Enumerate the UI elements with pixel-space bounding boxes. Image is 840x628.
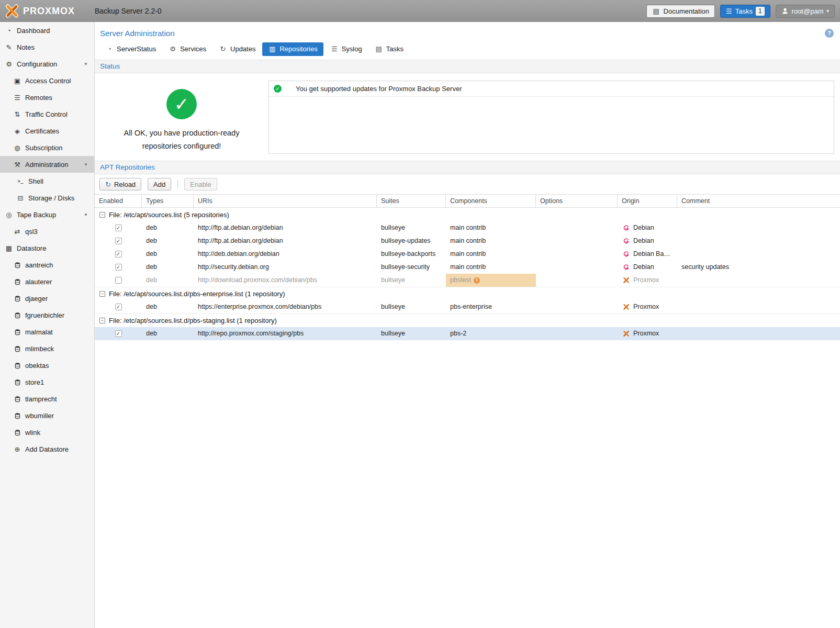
type-cell: deb xyxy=(142,274,194,287)
user-menu-button[interactable]: root@pam ▾ xyxy=(776,5,835,18)
sidebar-item-mlimbeck[interactable]: mlimbeck xyxy=(0,340,94,357)
sidebar-item-subscription[interactable]: ◍Subscription xyxy=(0,139,94,156)
sidebar-item-shell[interactable]: >_Shell xyxy=(0,173,94,189)
tab-label: Tasks xyxy=(386,45,404,53)
caret-down-icon[interactable]: ▼ xyxy=(84,212,88,217)
warning-icon: ! xyxy=(474,277,480,284)
sidebar-item-notes[interactable]: ✎Notes xyxy=(0,39,94,55)
table-row[interactable]: ✓debhttps://enterprise.proxmox.com/debia… xyxy=(95,300,840,313)
origin-cell: Debian xyxy=(618,234,677,248)
repositories-table: EnabledTypesURIsSuitesComponentsOptionsO… xyxy=(95,194,840,340)
sidebar-item-store1[interactable]: store1 xyxy=(0,374,94,390)
row-enabled-checkbox[interactable]: ✓ xyxy=(115,264,122,271)
sidebar-item-label: Tape Backup xyxy=(17,211,56,219)
documentation-button[interactable]: ▤ Documentation xyxy=(646,5,715,18)
sidebar-item-fgruenbichler[interactable]: fgruenbichler xyxy=(0,307,94,323)
sidebar-item-label: fgruenbichler xyxy=(25,311,64,319)
sidebar-item-djaeger[interactable]: djaeger xyxy=(0,290,94,307)
help-icon[interactable]: ? xyxy=(825,29,834,38)
row-enabled-checkbox[interactable] xyxy=(115,277,122,284)
sidebar-item-remotes[interactable]: ☰Remotes xyxy=(0,89,94,106)
column-header-options[interactable]: Options xyxy=(536,195,618,207)
suite-cell: bullseye xyxy=(377,274,446,287)
sidebar-item-datastore[interactable]: ▦Datastore xyxy=(0,240,94,256)
collapse-icon[interactable]: − xyxy=(99,291,105,297)
sidebar-item-storage-disks[interactable]: ⊟Storage / Disks xyxy=(0,189,94,206)
collapse-icon[interactable]: − xyxy=(99,318,105,323)
table-row[interactable]: ✓debhttp://security.debian.orgbullseye-s… xyxy=(95,261,840,274)
origin-cell: Debian xyxy=(618,261,677,274)
origin-cell: Debian xyxy=(618,221,677,234)
tabbar: ◔ServerStatus⚙Services↻Updates▥Repositor… xyxy=(99,42,840,56)
column-header-components[interactable]: Components xyxy=(446,195,536,207)
sidebar-item-wbumiller[interactable]: wbumiller xyxy=(0,407,94,424)
sidebar-item-administration[interactable]: ⚒Administration▼ xyxy=(0,156,94,173)
toolbar-separator xyxy=(177,180,178,189)
exchange-icon: ⇄ xyxy=(13,228,21,235)
group-row[interactable]: −File: /etc/apt/sources.list (5 reposito… xyxy=(95,208,840,221)
sidebar-item-malmalat[interactable]: malmalat xyxy=(0,323,94,340)
table-row[interactable]: ✓debhttp://repo.proxmox.com/staging/pbsb… xyxy=(95,327,840,340)
row-enabled-checkbox[interactable]: ✓ xyxy=(115,304,122,310)
tab-serverstatus[interactable]: ◔ServerStatus xyxy=(99,42,162,56)
column-header-types[interactable]: Types xyxy=(142,195,194,207)
datastore-icon: ▦ xyxy=(5,245,13,252)
tab-tasks[interactable]: ▤Tasks xyxy=(369,42,409,56)
comment-cell xyxy=(677,274,840,287)
database-icon xyxy=(13,262,21,268)
suite-cell: bullseye-updates xyxy=(377,234,446,248)
table-row[interactable]: debhttp://download.proxmox.com/debian/pb… xyxy=(95,274,840,287)
sidebar-item-dashboard[interactable]: ◔Dashboard xyxy=(0,22,94,39)
sidebar-item-tape-backup[interactable]: ◎Tape Backup▼ xyxy=(0,206,94,223)
group-row[interactable]: −File: /etc/apt/sources.list.d/pbs-enter… xyxy=(95,287,840,300)
enable-button[interactable]: Enable xyxy=(184,178,217,190)
type-cell: deb xyxy=(142,234,194,248)
column-header-uris[interactable]: URIs xyxy=(194,195,377,207)
column-header-enabled[interactable]: Enabled xyxy=(95,195,142,207)
sidebar-item-access-control[interactable]: ▣Access Control xyxy=(0,72,94,89)
options-cell xyxy=(536,234,618,248)
sidebar-item-add-datastore[interactable]: ⊕Add Datastore xyxy=(0,441,94,457)
add-icon: ⊕ xyxy=(13,446,21,453)
row-enabled-checkbox[interactable]: ✓ xyxy=(115,330,122,337)
column-header-suites[interactable]: Suites xyxy=(377,195,446,207)
status-panel: ✓ All OK, you have production-ready repo… xyxy=(95,73,840,161)
enabled-cell: ✓ xyxy=(95,327,142,340)
sidebar-item-aantreich[interactable]: aantreich xyxy=(0,256,94,273)
sidebar-item-configuration[interactable]: ⚙Configuration▼ xyxy=(0,55,94,72)
row-enabled-checkbox[interactable]: ✓ xyxy=(115,238,122,244)
collapse-icon[interactable]: − xyxy=(99,212,105,218)
sidebar-item-traffic-control[interactable]: ⇅Traffic Control xyxy=(0,106,94,122)
sidebar-item-alauterer[interactable]: alauterer xyxy=(0,273,94,290)
tab-syslog[interactable]: ☰Syslog xyxy=(324,42,368,56)
type-cell: deb xyxy=(142,261,194,274)
group-row[interactable]: −File: /etc/apt/sources.list.d/pbs-stagi… xyxy=(95,313,840,327)
app-title: Backup Server 2.2-0 xyxy=(95,7,162,15)
row-enabled-checkbox[interactable]: ✓ xyxy=(115,225,122,231)
sidebar-item-certificates[interactable]: ◈Certificates xyxy=(0,122,94,139)
table-row[interactable]: ✓debhttp://deb.debian.org/debianbullseye… xyxy=(95,248,840,261)
column-header-comment[interactable]: Comment xyxy=(677,195,840,207)
sidebar-item-label: Shell xyxy=(28,177,43,185)
uri-cell: https://enterprise.proxmox.com/debian/pb… xyxy=(194,300,377,313)
tab-updates[interactable]: ↻Updates xyxy=(213,42,261,56)
caret-down-icon[interactable]: ▼ xyxy=(84,62,88,66)
row-enabled-checkbox[interactable]: ✓ xyxy=(115,251,122,257)
sidebar-item-label: wbumiller xyxy=(25,412,54,420)
sidebar-item-obektas[interactable]: obektas xyxy=(0,357,94,374)
sidebar-item-tlamprecht[interactable]: tlamprecht xyxy=(0,390,94,407)
database-icon xyxy=(13,329,21,335)
comment-cell xyxy=(677,234,840,248)
add-button[interactable]: Add xyxy=(148,178,171,190)
uri-cell: http://ftp.at.debian.org/debian xyxy=(194,221,377,234)
sidebar-item-wlink[interactable]: wlink xyxy=(0,424,94,441)
column-header-origin[interactable]: Origin xyxy=(618,195,677,207)
reload-button[interactable]: ↻ Reload xyxy=(99,178,141,190)
sidebar-item-qsl3[interactable]: ⇄qsl3 xyxy=(0,223,94,240)
caret-down-icon[interactable]: ▼ xyxy=(84,162,88,167)
tab-repositories[interactable]: ▥Repositories xyxy=(262,42,323,56)
tab-services[interactable]: ⚙Services xyxy=(163,42,212,56)
tasks-button[interactable]: ☰ Tasks 1 xyxy=(720,5,770,18)
table-row[interactable]: ✓debhttp://ftp.at.debian.org/debianbulls… xyxy=(95,234,840,248)
table-row[interactable]: ✓debhttp://ftp.at.debian.org/debianbulls… xyxy=(95,221,840,234)
